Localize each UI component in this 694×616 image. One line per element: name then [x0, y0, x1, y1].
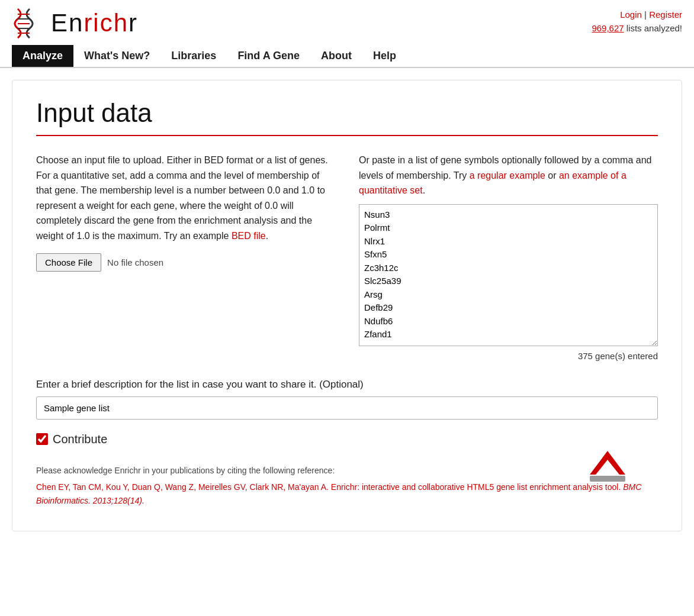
- contribute-section: Contribute: [36, 433, 658, 446]
- lists-analyzed: 969,627 lists analyzed!: [592, 23, 682, 33]
- svg-marker-6: [590, 451, 625, 475]
- scroll-top-button[interactable]: [587, 442, 628, 483]
- login-register: Login | Register: [592, 9, 682, 20]
- nav: Analyze What's New? Libraries Find A Gen…: [0, 45, 694, 68]
- citation-body: Chen EY, Tan CM, Kou Y, Duan Q, Wang Z, …: [36, 480, 658, 507]
- svg-rect-7: [590, 476, 625, 482]
- citation-link-text: Chen EY, Tan CM, Kou Y, Duan Q, Wang Z, …: [36, 482, 621, 492]
- no-file-text: No file chosen: [107, 257, 163, 267]
- nav-item-help[interactable]: Help: [362, 45, 407, 67]
- nav-item-about[interactable]: About: [310, 45, 362, 67]
- bed-file-link[interactable]: BED file: [232, 231, 266, 241]
- gene-count: 375 gene(s) entered: [359, 351, 658, 361]
- nav-item-whats-new[interactable]: What's New?: [73, 45, 160, 67]
- citation-link[interactable]: Chen EY, Tan CM, Kou Y, Duan Q, Wang Z, …: [36, 482, 641, 505]
- right-panel-description: Or paste in a list of gene symbols optio…: [359, 153, 658, 198]
- file-input-area: Choose File No file chosen: [36, 253, 335, 272]
- input-section: Choose an input file to upload. Either i…: [36, 153, 658, 361]
- description-input[interactable]: [36, 396, 658, 420]
- register-link[interactable]: Register: [649, 9, 682, 20]
- left-panel: Choose an input file to upload. Either i…: [36, 153, 335, 361]
- lists-suffix: lists analyzed!: [624, 23, 682, 33]
- nav-item-analyze[interactable]: Analyze: [12, 45, 73, 67]
- logo-text-before: En: [51, 9, 83, 37]
- logo-text: Enrichr: [51, 9, 138, 37]
- nav-item-find-a-gene[interactable]: Find A Gene: [227, 45, 310, 67]
- separator: |: [644, 9, 649, 20]
- contribute-checkbox[interactable]: [36, 433, 48, 445]
- gene-textarea[interactable]: Nsun3 Polrmt Nlrx1 Sfxn5 Zc3h12c Slc25a3…: [359, 204, 658, 346]
- dna-logo-icon: [12, 6, 46, 40]
- scroll-top-icon: [587, 442, 628, 483]
- page-title: Input data: [36, 98, 658, 136]
- regular-example-link[interactable]: a regular example: [470, 170, 545, 180]
- footer-area: Please acknowledge Enrichr in your publi…: [36, 464, 658, 507]
- logo-text-red: rich: [83, 9, 128, 37]
- header: Enrichr Login | Register 969,627 lists a…: [0, 0, 694, 40]
- left-panel-description: Choose an input file to upload. Either i…: [36, 153, 335, 244]
- citation-text: Please acknowledge Enrichr in your publi…: [36, 464, 658, 477]
- logo-area: Enrichr: [12, 6, 138, 40]
- description-section: Enter a brief description for the list i…: [36, 379, 658, 420]
- contribute-label[interactable]: Contribute: [53, 433, 107, 446]
- top-right: Login | Register 969,627 lists analyzed!: [592, 6, 682, 33]
- right-panel: Or paste in a list of gene symbols optio…: [359, 153, 658, 361]
- main-content: Input data Choose an input file to uploa…: [12, 80, 682, 531]
- citation-section: Please acknowledge Enrichr in your publi…: [36, 464, 658, 507]
- choose-file-button[interactable]: Choose File: [36, 253, 101, 272]
- lists-count[interactable]: 969,627: [592, 23, 624, 33]
- nav-item-libraries[interactable]: Libraries: [160, 45, 227, 67]
- login-link[interactable]: Login: [620, 9, 642, 20]
- logo-text-after: r: [128, 9, 138, 37]
- description-label: Enter a brief description for the list i…: [36, 379, 658, 391]
